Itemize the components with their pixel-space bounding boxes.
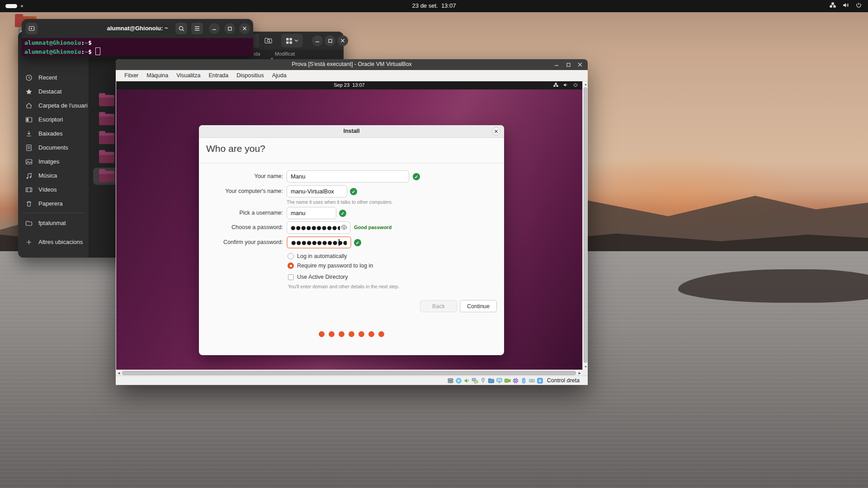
host-clock[interactable]: 23 de set. 13:07 [0, 2, 868, 9]
terminal-headerbar[interactable]: alumnat@Ghionoiu: ~ [22, 19, 253, 38]
sidebar-item-downloads[interactable]: Baixades [18, 127, 89, 141]
sidebar-item-desktop[interactable]: Escriptori [18, 113, 89, 127]
host-key-label: Control dreta [547, 377, 580, 384]
files-maximize-button[interactable] [325, 35, 335, 46]
login-automatically-radio[interactable] [288, 253, 294, 259]
terminal-search-button[interactable] [175, 23, 187, 34]
vertical-scroll-thumb[interactable] [584, 87, 587, 363]
vm-vertical-scrollbar[interactable]: ▲ ▼ [582, 81, 588, 370]
installer-titlebar[interactable]: Install [199, 125, 504, 138]
scroll-up-arrow[interactable]: ▲ [584, 83, 587, 86]
back-button[interactable]: Back [420, 300, 457, 312]
display-status-icon[interactable] [496, 377, 503, 384]
sidebar-separator [23, 213, 84, 213]
computer-name-field[interactable] [287, 185, 347, 197]
cd-status-icon[interactable] [455, 377, 462, 384]
terminal-close-button[interactable] [239, 23, 250, 34]
features-status-icon[interactable] [512, 377, 519, 384]
virtualbox-window: Prova [S'està executant] - Oracle VM Vir… [116, 59, 588, 385]
capture-status-icon[interactable] [537, 377, 543, 384]
sidebar-label: Recent [38, 74, 57, 81]
terminal-screen[interactable]: alumnat@Ghionoiu:~$ alumnat@Ghionoiu:~$ [22, 38, 253, 56]
login-automatically-label[interactable]: Log in automatically [297, 253, 347, 259]
scroll-down-arrow[interactable]: ▼ [584, 365, 587, 368]
vm-display[interactable]: Sep 23 13:07 Install ✕ Who are you? Your… [116, 81, 582, 370]
terminal-menu-button[interactable] [191, 23, 203, 34]
vm-horizontal-scrollbar[interactable]: ◀ ▶ [116, 370, 582, 375]
usb-status-icon[interactable] [480, 377, 486, 384]
virtualbox-titlebar[interactable]: Prova [S'està executant] - Oracle VM Vir… [116, 59, 588, 70]
sidebar-item-starred[interactable]: Destacat [18, 84, 89, 99]
progress-dot [319, 331, 325, 337]
menu-entrada[interactable]: Entrada [204, 70, 232, 81]
vbox-maximize-button[interactable] [564, 61, 572, 68]
menu-visualitza[interactable]: Visualitza [172, 70, 204, 81]
name-field[interactable] [287, 170, 409, 183]
menu-maquina[interactable]: Màquina [142, 70, 172, 81]
username-label: Pick a username: [202, 207, 283, 219]
recording-status-icon[interactable] [504, 377, 511, 384]
host-system-tray[interactable] [830, 2, 862, 8]
sidebar-label: Destacat [38, 88, 61, 95]
files-minimize-button[interactable] [312, 35, 323, 46]
active-directory-label[interactable]: Use Active Directory [297, 274, 348, 280]
progress-dot [368, 331, 374, 337]
installer-close-button[interactable]: ✕ [492, 127, 500, 136]
vm-system-tray[interactable] [553, 83, 578, 87]
sidebar-item-home[interactable]: Carpeta de l'usuari [18, 99, 89, 113]
sidebar-item-documents[interactable]: Documents [18, 141, 89, 155]
progress-dot [349, 331, 354, 337]
column-modified-label[interactable]: Modificat [275, 51, 295, 56]
horizontal-scroll-thumb[interactable] [122, 371, 576, 375]
view-toggle-button[interactable] [281, 34, 303, 47]
computer-valid-check-icon: ✓ [350, 188, 357, 195]
scroll-right-arrow[interactable]: ▶ [579, 371, 581, 375]
menu-dispositius[interactable]: Dispositius [232, 70, 268, 81]
vbox-minimize-button[interactable] [552, 61, 561, 68]
star-icon [25, 88, 33, 95]
music-icon [25, 172, 33, 179]
sidebar-item-fptalunmat[interactable]: fptalunmat [18, 216, 89, 230]
vbox-close-button[interactable] [576, 61, 584, 68]
files-close-button[interactable] [337, 35, 348, 46]
terminal-minimize-button[interactable] [209, 23, 220, 34]
sidebar-item-music[interactable]: Música [18, 169, 89, 183]
username-field[interactable] [287, 207, 336, 219]
menu-fitxer[interactable]: Fitxer [120, 70, 142, 81]
sidebar-item-trash[interactable]: Paperera [18, 197, 89, 211]
folder-thumbnail-icon [99, 95, 114, 106]
menu-ajuda[interactable]: Ajuda [268, 70, 291, 81]
terminal-prompt-line: alumnat@Ghionoiu:~$ [24, 47, 100, 55]
require-password-radio[interactable] [288, 263, 294, 269]
name-label: Your name: [202, 170, 283, 183]
active-directory-checkbox[interactable] [288, 274, 294, 280]
require-password-label[interactable]: Require my password to log in [297, 263, 373, 269]
mouse-status-icon[interactable] [520, 377, 527, 384]
vm-clock[interactable]: Sep 23 13:07 [116, 82, 582, 88]
show-password-eye-icon[interactable] [340, 224, 348, 230]
sidebar-item-other-locations[interactable]: Altres ubicacions [18, 235, 89, 249]
password-strength-label: Good password [354, 225, 392, 230]
hdd-status-icon[interactable] [447, 377, 454, 384]
shared-folder-status-icon[interactable] [488, 377, 495, 384]
continue-button[interactable]: Continue [460, 300, 497, 312]
terminal-prompt-line: alumnat@Ghionoiu:~$ [24, 39, 92, 46]
host-topbar: 23 de set. 13:07 [0, 0, 868, 12]
column-size-label[interactable]: ida [254, 51, 260, 56]
sidebar-label: Baixades [38, 130, 62, 137]
sidebar-label: Documents [38, 144, 68, 151]
scroll-left-arrow[interactable]: ◀ [118, 371, 120, 375]
sidebar-item-videos[interactable]: Vídeos [18, 183, 89, 197]
desktop-icon [25, 116, 33, 123]
confirm-valid-check-icon: ✓ [354, 239, 361, 246]
network-status-icon[interactable] [472, 377, 478, 384]
audio-status-icon[interactable] [463, 377, 470, 384]
image-icon [25, 158, 33, 165]
keyboard-status-icon[interactable] [528, 377, 535, 384]
sidebar-item-recent[interactable]: Recent [18, 70, 89, 84]
terminal-maximize-button[interactable] [224, 23, 235, 34]
folder-thumbnail-icon [99, 133, 114, 144]
sidebar-item-pictures[interactable]: Imatges [18, 155, 89, 169]
search-folder-icon[interactable] [264, 36, 273, 45]
confirm-password-field[interactable] [287, 236, 351, 249]
